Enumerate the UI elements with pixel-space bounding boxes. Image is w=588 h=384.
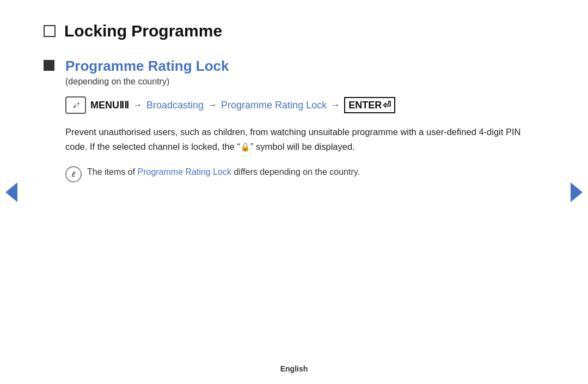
main-heading: Locking Programme	[44, 22, 544, 40]
note-text: The items of Programme Rating Lock diffe…	[87, 165, 360, 179]
lock-symbol: 🔒	[240, 141, 250, 154]
section-subtitle: (depending on the country)	[65, 77, 544, 87]
nav-next-button[interactable]	[571, 182, 583, 202]
footer-language: English	[280, 364, 308, 373]
enter-button[interactable]: ENTER⏎	[344, 97, 395, 113]
programme-rating-lock-link[interactable]: Programme Rating Lock	[221, 100, 327, 111]
section-title: Programme Rating Lock	[65, 58, 544, 75]
menu-icon: 🖍	[65, 96, 86, 114]
broadcasting-link[interactable]: Broadcasting	[146, 100, 204, 111]
section-bullet-icon	[44, 60, 54, 71]
heading-checkbox-icon	[44, 25, 56, 37]
note-programme-rating-lock-link[interactable]: Programme Rating Lock	[137, 167, 231, 176]
page-container: Locking Programme Programme Rating Lock …	[0, 0, 588, 384]
nav-previous-button[interactable]	[5, 182, 17, 202]
menu-label: MENUⅡⅡ	[90, 99, 129, 111]
menu-arrow-2: →	[208, 100, 217, 110]
menu-path: 🖍 MENUⅡⅡ → Broadcasting → Programme Rati…	[65, 96, 544, 114]
page-title: Locking Programme	[64, 22, 222, 40]
menu-arrow-1: →	[133, 100, 142, 110]
note-row: ℓ The items of Programme Rating Lock dif…	[65, 165, 544, 182]
note-icon: ℓ	[65, 166, 82, 182]
menu-arrow-3: →	[331, 100, 340, 110]
description-text: Prevent unauthorised users, such as chil…	[65, 125, 534, 154]
section-content: Programme Rating Lock (depending on the …	[65, 58, 544, 182]
section: Programme Rating Lock (depending on the …	[44, 58, 544, 182]
